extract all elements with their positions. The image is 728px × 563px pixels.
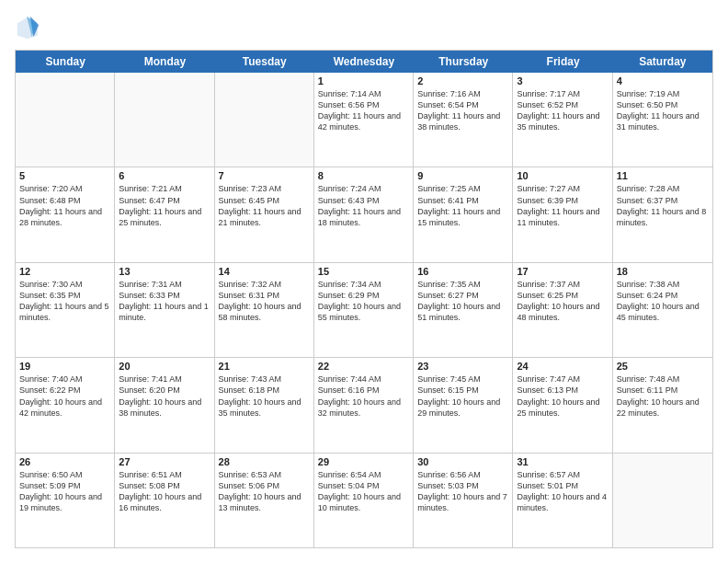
day-number: 17 xyxy=(517,266,608,277)
day-info: Sunrise: 6:53 AM Sunset: 5:06 PM Dayligh… xyxy=(219,469,310,514)
day-cell-28: 28Sunrise: 6:53 AM Sunset: 5:06 PM Dayli… xyxy=(215,454,314,547)
empty-cell xyxy=(115,73,214,167)
day-number: 22 xyxy=(318,361,409,372)
day-number: 4 xyxy=(617,75,709,86)
day-number: 24 xyxy=(517,361,608,372)
day-info: Sunrise: 6:57 AM Sunset: 5:01 PM Dayligh… xyxy=(517,469,608,514)
day-info: Sunrise: 7:20 AM Sunset: 6:48 PM Dayligh… xyxy=(19,183,110,228)
day-info: Sunrise: 7:27 AM Sunset: 6:39 PM Dayligh… xyxy=(517,183,608,228)
day-number: 9 xyxy=(417,170,508,181)
day-cell-6: 6Sunrise: 7:21 AM Sunset: 6:47 PM Daylig… xyxy=(115,167,214,261)
day-info: Sunrise: 7:44 AM Sunset: 6:16 PM Dayligh… xyxy=(318,373,409,419)
day-cell-2: 2Sunrise: 7:16 AM Sunset: 6:54 PM Daylig… xyxy=(414,73,513,167)
day-cell-7: 7Sunrise: 7:23 AM Sunset: 6:45 PM Daylig… xyxy=(215,167,314,261)
day-info: Sunrise: 7:47 AM Sunset: 6:13 PM Dayligh… xyxy=(517,373,608,419)
day-info: Sunrise: 7:24 AM Sunset: 6:43 PM Dayligh… xyxy=(318,183,409,228)
day-number: 21 xyxy=(219,361,310,372)
day-cell-15: 15Sunrise: 7:34 AM Sunset: 6:29 PM Dayli… xyxy=(314,263,414,357)
day-info: Sunrise: 6:54 AM Sunset: 5:04 PM Dayligh… xyxy=(318,469,409,514)
day-cell-14: 14Sunrise: 7:32 AM Sunset: 6:31 PM Dayli… xyxy=(215,263,314,357)
calendar-row-1: 5Sunrise: 7:20 AM Sunset: 6:48 PM Daylig… xyxy=(16,167,712,262)
day-info: Sunrise: 7:41 AM Sunset: 6:20 PM Dayligh… xyxy=(119,373,210,419)
day-cell-18: 18Sunrise: 7:38 AM Sunset: 6:24 PM Dayli… xyxy=(613,263,712,357)
day-info: Sunrise: 7:31 AM Sunset: 6:33 PM Dayligh… xyxy=(119,279,210,324)
day-number: 18 xyxy=(617,266,709,277)
weekday-header-thursday: Thursday xyxy=(414,51,513,73)
day-number: 2 xyxy=(417,75,508,86)
logo-icon xyxy=(15,15,40,40)
weekday-header-saturday: Saturday xyxy=(613,51,712,73)
day-info: Sunrise: 7:43 AM Sunset: 6:18 PM Dayligh… xyxy=(219,373,310,419)
calendar-body: 1Sunrise: 7:14 AM Sunset: 6:56 PM Daylig… xyxy=(16,73,712,547)
day-number: 25 xyxy=(617,361,709,372)
weekday-header-monday: Monday xyxy=(115,51,214,73)
day-cell-19: 19Sunrise: 7:40 AM Sunset: 6:22 PM Dayli… xyxy=(16,358,115,452)
day-info: Sunrise: 6:56 AM Sunset: 5:03 PM Dayligh… xyxy=(417,469,508,514)
day-info: Sunrise: 7:38 AM Sunset: 6:24 PM Dayligh… xyxy=(617,279,709,324)
day-cell-4: 4Sunrise: 7:19 AM Sunset: 6:50 PM Daylig… xyxy=(613,73,712,167)
logo xyxy=(15,15,44,40)
day-info: Sunrise: 7:16 AM Sunset: 6:54 PM Dayligh… xyxy=(417,88,508,133)
header xyxy=(15,15,713,40)
day-info: Sunrise: 7:30 AM Sunset: 6:35 PM Dayligh… xyxy=(19,279,110,324)
day-info: Sunrise: 7:17 AM Sunset: 6:52 PM Dayligh… xyxy=(517,88,608,133)
weekday-header-sunday: Sunday xyxy=(16,51,115,73)
calendar-page: SundayMondayTuesdayWednesdayThursdayFrid… xyxy=(0,0,728,563)
day-number: 8 xyxy=(318,170,409,181)
day-number: 11 xyxy=(617,170,709,181)
day-cell-21: 21Sunrise: 7:43 AM Sunset: 6:18 PM Dayli… xyxy=(215,358,314,452)
day-number: 14 xyxy=(219,266,310,277)
day-number: 13 xyxy=(119,266,210,277)
day-info: Sunrise: 7:34 AM Sunset: 6:29 PM Dayligh… xyxy=(318,279,409,324)
day-number: 12 xyxy=(19,266,110,277)
day-cell-8: 8Sunrise: 7:24 AM Sunset: 6:43 PM Daylig… xyxy=(314,167,414,261)
day-cell-26: 26Sunrise: 6:50 AM Sunset: 5:09 PM Dayli… xyxy=(16,454,115,547)
day-number: 19 xyxy=(19,361,110,372)
day-cell-3: 3Sunrise: 7:17 AM Sunset: 6:52 PM Daylig… xyxy=(513,73,612,167)
day-number: 6 xyxy=(119,170,210,181)
day-info: Sunrise: 7:48 AM Sunset: 6:11 PM Dayligh… xyxy=(617,373,709,419)
day-number: 5 xyxy=(19,170,110,181)
day-number: 20 xyxy=(119,361,210,372)
day-cell-25: 25Sunrise: 7:48 AM Sunset: 6:11 PM Dayli… xyxy=(613,358,712,452)
day-number: 26 xyxy=(19,456,110,467)
day-info: Sunrise: 7:35 AM Sunset: 6:27 PM Dayligh… xyxy=(417,279,508,324)
day-cell-12: 12Sunrise: 7:30 AM Sunset: 6:35 PM Dayli… xyxy=(16,263,115,357)
empty-cell xyxy=(613,454,712,547)
day-info: Sunrise: 6:51 AM Sunset: 5:08 PM Dayligh… xyxy=(119,469,210,514)
day-info: Sunrise: 7:14 AM Sunset: 6:56 PM Dayligh… xyxy=(318,88,409,133)
day-cell-1: 1Sunrise: 7:14 AM Sunset: 6:56 PM Daylig… xyxy=(314,73,414,167)
day-number: 15 xyxy=(318,266,409,277)
day-info: Sunrise: 7:19 AM Sunset: 6:50 PM Dayligh… xyxy=(617,88,709,133)
day-info: Sunrise: 7:45 AM Sunset: 6:15 PM Dayligh… xyxy=(417,373,508,419)
day-cell-17: 17Sunrise: 7:37 AM Sunset: 6:25 PM Dayli… xyxy=(513,263,612,357)
day-number: 31 xyxy=(517,456,608,467)
calendar-row-0: 1Sunrise: 7:14 AM Sunset: 6:56 PM Daylig… xyxy=(16,73,712,167)
day-info: Sunrise: 7:37 AM Sunset: 6:25 PM Dayligh… xyxy=(517,279,608,324)
day-info: Sunrise: 7:25 AM Sunset: 6:41 PM Dayligh… xyxy=(417,183,508,228)
day-cell-23: 23Sunrise: 7:45 AM Sunset: 6:15 PM Dayli… xyxy=(414,358,513,452)
day-cell-27: 27Sunrise: 6:51 AM Sunset: 5:08 PM Dayli… xyxy=(115,454,214,547)
day-number: 23 xyxy=(417,361,508,372)
day-info: Sunrise: 7:23 AM Sunset: 6:45 PM Dayligh… xyxy=(219,183,310,228)
calendar-row-4: 26Sunrise: 6:50 AM Sunset: 5:09 PM Dayli… xyxy=(16,454,712,547)
day-cell-16: 16Sunrise: 7:35 AM Sunset: 6:27 PM Dayli… xyxy=(414,263,513,357)
day-cell-31: 31Sunrise: 6:57 AM Sunset: 5:01 PM Dayli… xyxy=(513,454,612,547)
day-cell-29: 29Sunrise: 6:54 AM Sunset: 5:04 PM Dayli… xyxy=(314,454,414,547)
calendar-row-3: 19Sunrise: 7:40 AM Sunset: 6:22 PM Dayli… xyxy=(16,358,712,453)
day-info: Sunrise: 7:32 AM Sunset: 6:31 PM Dayligh… xyxy=(219,279,310,324)
day-cell-5: 5Sunrise: 7:20 AM Sunset: 6:48 PM Daylig… xyxy=(16,167,115,261)
day-number: 10 xyxy=(517,170,608,181)
day-cell-9: 9Sunrise: 7:25 AM Sunset: 6:41 PM Daylig… xyxy=(414,167,513,261)
empty-cell xyxy=(16,73,115,167)
day-info: Sunrise: 7:28 AM Sunset: 6:37 PM Dayligh… xyxy=(617,183,709,228)
day-cell-11: 11Sunrise: 7:28 AM Sunset: 6:37 PM Dayli… xyxy=(613,167,712,261)
day-number: 7 xyxy=(219,170,310,181)
day-number: 3 xyxy=(517,75,608,86)
day-cell-20: 20Sunrise: 7:41 AM Sunset: 6:20 PM Dayli… xyxy=(115,358,214,452)
day-info: Sunrise: 7:40 AM Sunset: 6:22 PM Dayligh… xyxy=(19,373,110,419)
day-number: 29 xyxy=(318,456,409,467)
day-cell-13: 13Sunrise: 7:31 AM Sunset: 6:33 PM Dayli… xyxy=(115,263,214,357)
weekday-header-wednesday: Wednesday xyxy=(314,51,414,73)
calendar: SundayMondayTuesdayWednesdayThursdayFrid… xyxy=(15,50,713,548)
